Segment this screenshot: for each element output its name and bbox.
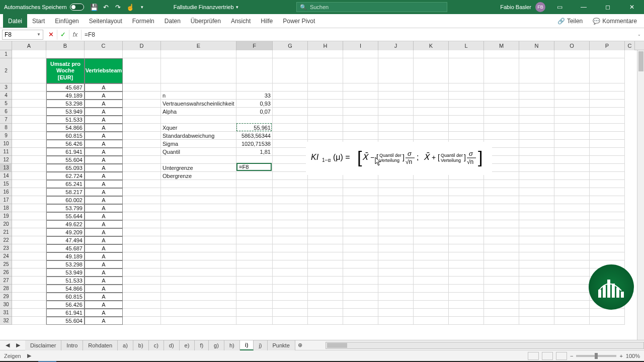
row-header-28[interactable]: 28 [0, 285, 12, 293]
cell-L29[interactable] [449, 293, 484, 301]
cell-H19[interactable] [308, 212, 343, 220]
cell-N16[interactable] [519, 188, 554, 196]
ribbon-mode-icon[interactable]: ▭ [549, 0, 570, 14]
row-header-19[interactable]: 19 [0, 212, 12, 220]
cell-M22[interactable] [484, 236, 519, 244]
cell-L4[interactable] [449, 92, 484, 100]
cell-M9[interactable] [484, 132, 519, 140]
cell-E25[interactable] [161, 260, 236, 268]
cell-D31[interactable] [123, 309, 161, 317]
col-header-I[interactable]: I [343, 41, 378, 50]
cell-M32[interactable] [484, 317, 519, 325]
name-box[interactable]: F8▼ [2, 30, 43, 40]
cell-K4[interactable] [414, 92, 449, 100]
cell-N30[interactable] [519, 301, 554, 309]
cell-G16[interactable] [273, 188, 308, 196]
cell-G5[interactable] [273, 100, 308, 108]
cell-N26[interactable] [519, 268, 554, 277]
cell-I8[interactable] [343, 124, 378, 132]
cell-O5[interactable] [554, 100, 590, 108]
cell-J29[interactable] [378, 293, 414, 301]
cell-K3[interactable] [414, 83, 449, 92]
cell-J23[interactable] [378, 244, 414, 252]
cell-L6[interactable] [449, 108, 484, 116]
cell-B29[interactable]: 60.815 [46, 293, 85, 301]
cell-L18[interactable] [449, 204, 484, 212]
cell-M24[interactable] [484, 252, 519, 260]
cell-J7[interactable] [378, 116, 414, 124]
row-header-16[interactable]: 16 [0, 188, 12, 196]
tab-ueberpruefen[interactable]: Überprüfen [186, 14, 226, 28]
cell-B5[interactable]: 53.298 [46, 100, 85, 108]
cell-K6[interactable] [414, 108, 449, 116]
cell-O27[interactable] [554, 277, 590, 285]
cell-P19[interactable] [590, 212, 625, 220]
cell-L1[interactable] [449, 50, 484, 58]
tab-seitenlayout[interactable]: Seitenlayout [84, 14, 127, 28]
row-header-13[interactable]: 13 [0, 164, 12, 172]
cell-F1[interactable] [236, 50, 273, 58]
cell-B7[interactable]: 51.533 [46, 116, 85, 124]
sheet-tab-j)[interactable]: j) [254, 340, 267, 350]
cell-A17[interactable] [12, 196, 46, 204]
cell-G30[interactable] [273, 301, 308, 309]
cell-A2[interactable] [12, 58, 46, 83]
col-header-J[interactable]: J [378, 41, 414, 50]
cell-H2[interactable] [308, 58, 343, 83]
row-header-26[interactable]: 26 [0, 268, 12, 277]
cell-H3[interactable] [308, 83, 343, 92]
cell-I28[interactable] [343, 285, 378, 293]
cell-I20[interactable] [343, 220, 378, 228]
cell-O26[interactable] [554, 268, 590, 277]
cell-K30[interactable] [414, 301, 449, 309]
col-header-N[interactable]: N [519, 41, 554, 50]
cell-A6[interactable] [12, 108, 46, 116]
cell-G6[interactable] [273, 108, 308, 116]
cell-O23[interactable] [554, 244, 590, 252]
cell-C29[interactable]: A [85, 293, 123, 301]
cell-I15[interactable] [343, 180, 378, 188]
cell-I25[interactable] [343, 260, 378, 268]
cell-K22[interactable] [414, 236, 449, 244]
cell-A1[interactable] [12, 50, 46, 58]
zoom-slider[interactable] [576, 355, 616, 357]
cell-C9[interactable]: A [85, 132, 123, 140]
cell-A28[interactable] [12, 285, 46, 293]
row-header-11[interactable]: 11 [0, 148, 12, 156]
cell-N8[interactable] [519, 124, 554, 132]
vertical-scrollbar[interactable] [637, 50, 644, 340]
cell-E12[interactable] [161, 156, 236, 164]
row-header-27[interactable]: 27 [0, 277, 12, 285]
cell-P15[interactable] [590, 180, 625, 188]
cancel-formula-button[interactable]: ✕ [45, 30, 57, 40]
cell-J20[interactable] [378, 220, 414, 228]
cell-F7[interactable] [236, 116, 273, 124]
zoom-in-button[interactable]: + [619, 353, 622, 359]
cell-H4[interactable] [308, 92, 343, 100]
col-header-M[interactable]: M [484, 41, 519, 50]
cell-L8[interactable] [449, 124, 484, 132]
editing-cell[interactable]: =F8 [236, 163, 272, 171]
cell-E19[interactable] [161, 212, 236, 220]
cell-O11[interactable] [554, 148, 590, 156]
cell-D23[interactable] [123, 244, 161, 252]
cell-P8[interactable] [590, 124, 625, 132]
cell-C4[interactable]: A [85, 92, 123, 100]
cell-O20[interactable] [554, 220, 590, 228]
cell-E21[interactable] [161, 228, 236, 236]
cell-N28[interactable] [519, 285, 554, 293]
cell-P13[interactable] [590, 164, 625, 172]
cell-P9[interactable] [590, 132, 625, 140]
cell-K21[interactable] [414, 228, 449, 236]
cell-I23[interactable] [343, 244, 378, 252]
cell-I32[interactable] [343, 317, 378, 325]
cell-P7[interactable] [590, 116, 625, 124]
cell-B2[interactable]: Umsatz pro Woche [EUR] [46, 58, 85, 83]
cell-G10[interactable] [273, 140, 308, 148]
row-header-24[interactable]: 24 [0, 252, 12, 260]
cell-F24[interactable] [236, 252, 273, 260]
cell-N10[interactable] [519, 140, 554, 148]
cell-E4[interactable]: n [161, 92, 236, 100]
cell-A23[interactable] [12, 244, 46, 252]
cell-K7[interactable] [414, 116, 449, 124]
